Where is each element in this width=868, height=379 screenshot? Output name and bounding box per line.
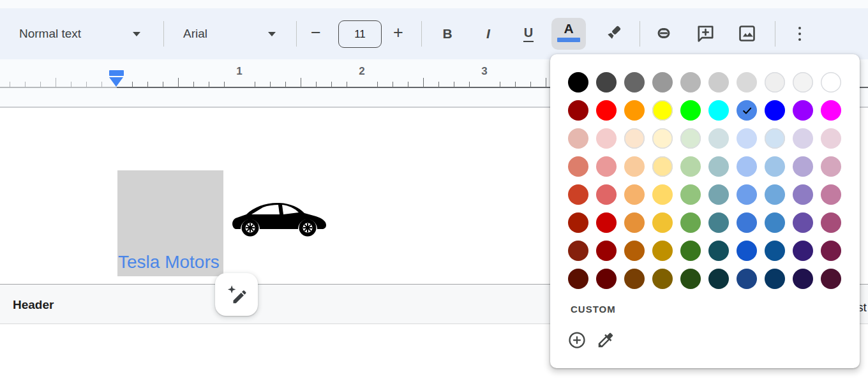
color-swatch[interactable]: [568, 72, 588, 93]
color-swatch[interactable]: [793, 128, 813, 149]
italic-button[interactable]: I: [479, 8, 498, 59]
color-swatch-selected[interactable]: [737, 100, 757, 121]
color-swatch[interactable]: [821, 128, 841, 149]
color-swatch[interactable]: [821, 72, 841, 93]
underline-button[interactable]: U: [518, 8, 539, 59]
color-swatch[interactable]: [765, 212, 785, 233]
color-swatch[interactable]: [680, 156, 701, 177]
color-swatch[interactable]: [708, 128, 729, 149]
color-swatch[interactable]: [737, 156, 757, 177]
font-size-input[interactable]: 11: [338, 20, 382, 48]
color-swatch[interactable]: [624, 212, 645, 233]
color-swatch[interactable]: [737, 212, 757, 233]
decrease-font-size-button[interactable]: −: [307, 8, 325, 57]
color-swatch[interactable]: [821, 100, 841, 121]
color-swatch[interactable]: [624, 100, 645, 121]
color-swatch[interactable]: [680, 184, 701, 205]
color-swatch[interactable]: [624, 128, 645, 149]
color-swatch[interactable]: [793, 72, 813, 93]
text-color-button[interactable]: A: [551, 18, 586, 50]
color-swatch[interactable]: [680, 241, 701, 261]
color-swatch[interactable]: [652, 156, 673, 177]
color-swatch[interactable]: [765, 100, 785, 121]
color-swatch[interactable]: [680, 128, 701, 149]
color-swatch[interactable]: [596, 128, 617, 149]
color-swatch[interactable]: [652, 184, 673, 205]
highlight-color-button[interactable]: [602, 22, 624, 44]
color-swatch[interactable]: [821, 212, 841, 233]
color-swatch[interactable]: [568, 241, 588, 261]
font-selector[interactable]: Arial: [183, 8, 207, 59]
color-swatch[interactable]: [708, 212, 729, 233]
color-swatch[interactable]: [737, 184, 757, 205]
paragraph-style-selector[interactable]: Normal text: [19, 8, 81, 59]
add-custom-color-button[interactable]: [567, 331, 587, 352]
color-swatch[interactable]: [652, 72, 673, 93]
color-swatch[interactable]: [821, 156, 841, 177]
color-swatch[interactable]: [793, 184, 813, 205]
color-swatch[interactable]: [708, 100, 729, 121]
more-options-button[interactable]: [791, 8, 808, 59]
color-swatch[interactable]: [737, 241, 757, 261]
color-swatch[interactable]: [624, 269, 645, 289]
add-comment-button[interactable]: [695, 23, 716, 44]
increase-font-size-button[interactable]: +: [389, 8, 407, 57]
color-swatch[interactable]: [793, 156, 813, 177]
color-swatch[interactable]: [596, 184, 617, 205]
color-swatch[interactable]: [737, 269, 757, 289]
color-swatch[interactable]: [680, 269, 701, 289]
color-swatch[interactable]: [765, 156, 785, 177]
color-swatch[interactable]: [793, 241, 813, 261]
color-swatch[interactable]: [624, 72, 645, 93]
color-swatch[interactable]: [624, 156, 645, 177]
color-swatch[interactable]: [652, 128, 673, 149]
color-swatch[interactable]: [568, 184, 588, 205]
color-swatch[interactable]: [708, 184, 729, 205]
color-swatch[interactable]: [737, 128, 757, 149]
color-swatch[interactable]: [821, 241, 841, 261]
color-swatch[interactable]: [568, 212, 588, 233]
color-swatch[interactable]: [708, 72, 729, 93]
color-swatch[interactable]: [568, 128, 588, 149]
color-swatch[interactable]: [624, 184, 645, 205]
color-swatch[interactable]: [708, 241, 729, 261]
paragraph-style-caret[interactable]: [133, 8, 140, 59]
color-swatch[interactable]: [568, 100, 588, 121]
insert-image-button[interactable]: [737, 23, 758, 44]
color-swatch[interactable]: [596, 212, 617, 233]
color-swatch[interactable]: [652, 269, 673, 289]
color-swatch[interactable]: [793, 212, 813, 233]
color-swatch[interactable]: [568, 156, 588, 177]
color-swatch[interactable]: [793, 100, 813, 121]
color-swatch[interactable]: [765, 269, 785, 289]
color-swatch[interactable]: [652, 241, 673, 261]
color-swatch[interactable]: [793, 269, 813, 289]
color-swatch[interactable]: [708, 156, 729, 177]
color-swatch[interactable]: [765, 72, 785, 93]
bold-button[interactable]: B: [438, 8, 457, 59]
color-swatch[interactable]: [652, 212, 673, 233]
color-swatch[interactable]: [596, 269, 617, 289]
color-swatch[interactable]: [624, 241, 645, 261]
color-swatch[interactable]: [596, 156, 617, 177]
color-swatch[interactable]: [765, 184, 785, 205]
color-swatch[interactable]: [821, 184, 841, 205]
color-swatch[interactable]: [596, 100, 617, 121]
eyedropper-button[interactable]: [596, 331, 615, 352]
insert-link-button[interactable]: [652, 22, 675, 45]
color-swatch[interactable]: [708, 269, 729, 289]
color-swatch[interactable]: [652, 100, 673, 121]
color-swatch[interactable]: [765, 128, 785, 149]
color-swatch[interactable]: [680, 212, 701, 233]
color-swatch[interactable]: [596, 241, 617, 261]
first-line-indent-marker[interactable]: [109, 70, 124, 76]
color-swatch[interactable]: [568, 269, 588, 289]
color-swatch[interactable]: [737, 72, 757, 93]
color-swatch[interactable]: [765, 241, 785, 261]
left-indent-marker[interactable]: [109, 77, 123, 87]
selected-text[interactable]: Tesla Motors: [118, 252, 220, 272]
font-selector-caret[interactable]: [268, 8, 276, 59]
help-me-write-button[interactable]: [215, 273, 258, 316]
car-image[interactable]: [231, 200, 328, 238]
color-swatch[interactable]: [680, 100, 701, 121]
